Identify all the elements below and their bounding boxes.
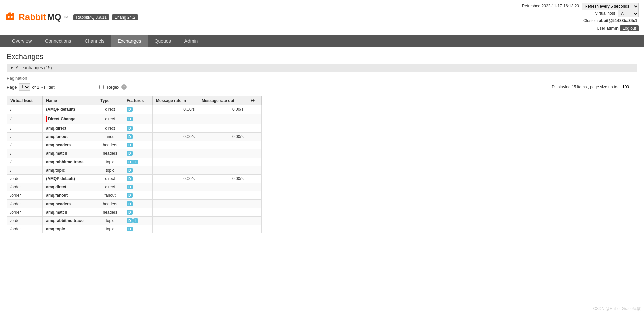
table-row[interactable]: /orderamq.fanoutfanoutD — [7, 191, 262, 200]
cell-name[interactable]: amq.fanout — [43, 133, 97, 141]
cell-features: DI — [123, 158, 153, 166]
table-row[interactable]: /amq.matchheadersD — [7, 149, 262, 158]
col-rate-out: Message rate out — [198, 96, 247, 105]
logo: Rabbit MQ TM — [5, 11, 68, 24]
cell-vhost: / — [7, 141, 43, 149]
table-row[interactable]: /orderamq.rabbitmq.tracetopicDI — [7, 217, 262, 225]
cell-rate-in — [153, 114, 198, 124]
regex-checkbox[interactable] — [99, 85, 104, 89]
all-exchanges-bar[interactable]: ▼ All exchanges (15) — [7, 64, 637, 72]
cell-name[interactable]: amq.match — [43, 149, 97, 158]
version-badges: RabbitMQ 3.9.11 Erlang 24.2 — [73, 14, 138, 20]
table-row[interactable]: /amq.rabbitmq.tracetopicDI — [7, 158, 262, 166]
cell-name[interactable]: (AMQP default) — [43, 175, 97, 183]
top-right-info: Refreshed 2022-11-17 16:13:20 Refresh ev… — [522, 3, 639, 32]
nav-connections[interactable]: Connections — [38, 35, 78, 47]
cell-vhost: /order — [7, 217, 43, 225]
svg-rect-4 — [11, 16, 12, 17]
cell-vhost: /order — [7, 200, 43, 208]
main-nav: Overview Connections Channels Exchanges … — [0, 35, 644, 47]
cell-rate-in — [153, 141, 198, 149]
col-name: Name — [43, 96, 97, 105]
col-rate-in: Message rate in — [153, 96, 198, 105]
cell-rate-in — [153, 183, 198, 191]
nav-exchanges[interactable]: Exchanges — [111, 35, 148, 47]
table-row[interactable]: /amq.fanoutfanoutD0.00/s0.00/s — [7, 133, 262, 141]
cell-name[interactable]: amq.headers — [43, 141, 97, 149]
col-type: Type — [97, 96, 123, 105]
logout-button[interactable]: Log out — [620, 25, 639, 31]
table-row[interactable]: /amq.headersheadersD — [7, 141, 262, 149]
logo-icon — [5, 11, 17, 24]
table-row[interactable]: /orderamq.headersheadersD — [7, 200, 262, 208]
cell-name[interactable]: amq.fanout — [43, 191, 97, 200]
cell-rate-out — [198, 200, 247, 208]
cell-features: D — [123, 149, 153, 158]
exchanges-tbody: /(AMQP default)directD0.00/s0.00/s/Direc… — [7, 105, 262, 233]
table-row[interactable]: /amq.topictopicD — [7, 166, 262, 175]
cell-rate-out — [198, 191, 247, 200]
svg-rect-2 — [12, 13, 14, 15]
cell-name[interactable]: (AMQP default) — [43, 105, 97, 114]
cell-rate-in — [153, 166, 198, 175]
cell-type: direct — [97, 124, 123, 133]
cell-type: direct — [97, 105, 123, 114]
table-row[interactable]: /orderamq.matchheadersD — [7, 208, 262, 217]
cell-name[interactable]: amq.rabbitmq.trace — [43, 217, 97, 225]
cell-name[interactable]: amq.match — [43, 208, 97, 217]
nav-admin[interactable]: Admin — [178, 35, 205, 47]
help-icon[interactable]: ? — [121, 84, 127, 90]
cell-type: topic — [97, 166, 123, 175]
page-select[interactable]: 1 — [19, 83, 30, 91]
page-size-area: Displaying 15 items , page size up to: — [552, 84, 637, 90]
cell-name[interactable]: amq.topic — [43, 166, 97, 175]
cell-name[interactable]: amq.direct — [43, 183, 97, 191]
table-row[interactable]: /orderamq.topictopicD — [7, 225, 262, 233]
cell-rate-out — [198, 114, 247, 124]
table-row[interactable]: /orderamq.directdirectD — [7, 183, 262, 191]
nav-channels[interactable]: Channels — [78, 35, 111, 47]
table-row[interactable]: /(AMQP default)directD0.00/s0.00/s — [7, 105, 262, 114]
logo-mq: MQ — [47, 12, 61, 22]
vhost-label: Virtual host — [595, 10, 615, 17]
table-row[interactable]: /order(AMQP default)directD0.00/s0.00/s — [7, 175, 262, 183]
col-vhost: Virtual host — [7, 96, 43, 105]
cell-features: D — [123, 191, 153, 200]
cell-features: D — [123, 175, 153, 183]
filter-input[interactable] — [57, 84, 97, 90]
cell-name[interactable]: amq.rabbitmq.trace — [43, 158, 97, 166]
cell-type: topic — [97, 217, 123, 225]
refresh-select[interactable]: Refresh every 5 seconds Refresh every 10… — [582, 3, 639, 10]
cell-features: D — [123, 225, 153, 233]
cell-name[interactable]: amq.direct — [43, 124, 97, 133]
cell-name[interactable]: amq.topic — [43, 225, 97, 233]
cell-rate-in — [153, 158, 198, 166]
col-plusminus[interactable]: +/- — [247, 96, 261, 105]
cell-rate-out — [198, 141, 247, 149]
vhost-select[interactable]: All / /order — [618, 10, 639, 17]
cell-plusminus — [247, 175, 261, 183]
table-header-row: Virtual host Name Type Features Message … — [7, 96, 262, 105]
cell-plusminus — [247, 183, 261, 191]
cell-type: headers — [97, 208, 123, 217]
page-size-input[interactable] — [621, 84, 637, 90]
nav-overview[interactable]: Overview — [5, 35, 38, 47]
table-row[interactable]: /amq.directdirectD — [7, 124, 262, 133]
refreshed-text: Refreshed 2022-11-17 16:13:20 — [522, 3, 579, 10]
cell-plusminus — [247, 124, 261, 133]
table-row[interactable]: /Direct-ChangedirectD — [7, 114, 262, 124]
cell-plusminus — [247, 200, 261, 208]
cell-vhost: / — [7, 114, 43, 124]
top-header: Rabbit MQ TM RabbitMQ 3.9.11 Erlang 24.2… — [0, 0, 644, 35]
cell-name[interactable]: Direct-Change — [43, 114, 97, 124]
cell-vhost: / — [7, 166, 43, 175]
cell-features: D — [123, 133, 153, 141]
cell-rate-in — [153, 124, 198, 133]
cell-vhost: /order — [7, 208, 43, 217]
cell-name[interactable]: amq.headers — [43, 200, 97, 208]
cell-type: fanout — [97, 191, 123, 200]
cell-plusminus — [247, 141, 261, 149]
cell-plusminus — [247, 149, 261, 158]
cell-rate-out: 0.00/s — [198, 175, 247, 183]
nav-queues[interactable]: Queues — [148, 35, 178, 47]
